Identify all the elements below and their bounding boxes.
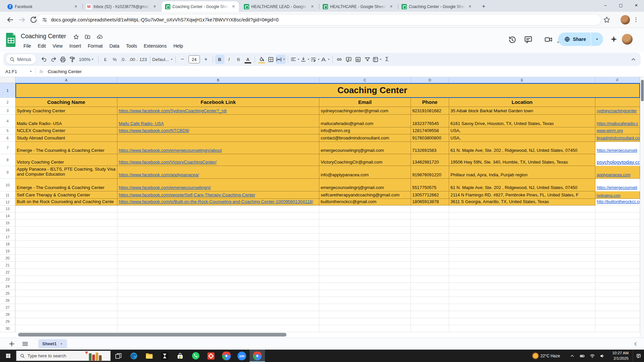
cell-A27[interactable] bbox=[15, 304, 117, 311]
taskbar-app-store[interactable] bbox=[172, 350, 188, 362]
cell-C9[interactable]: info@applypanacea.com bbox=[319, 166, 411, 179]
header-cell-C2[interactable]: Email bbox=[319, 98, 411, 107]
cell-D12[interactable]: 18065913878 bbox=[411, 199, 449, 205]
cell-C10[interactable]: emergecounselingnj@gmail.com bbox=[319, 179, 411, 191]
cell-C15[interactable] bbox=[319, 220, 411, 227]
create-filter-button[interactable] bbox=[363, 55, 372, 64]
text-rotation-button[interactable] bbox=[320, 55, 330, 64]
header-cell-E2[interactable]: Location bbox=[449, 98, 595, 107]
cell-B9[interactable]: https://www.facebook.com/applypanacea/ bbox=[117, 166, 319, 179]
cell-D22[interactable] bbox=[411, 269, 449, 276]
window-minimize-button[interactable]: – bbox=[598, 0, 613, 11]
menu-extensions[interactable]: Extensions bbox=[141, 43, 169, 51]
cell-C12[interactable]: builtontherockcc@gmail.com bbox=[319, 199, 411, 205]
cell-B23[interactable] bbox=[117, 276, 319, 283]
cell-A21[interactable] bbox=[15, 262, 117, 269]
cell-E16[interactable] bbox=[449, 227, 595, 234]
cell-C28[interactable] bbox=[319, 311, 411, 318]
cell-F16[interactable] bbox=[595, 227, 640, 234]
vertical-align-button[interactable] bbox=[300, 55, 310, 64]
percent-format-button[interactable]: % bbox=[110, 55, 119, 64]
cell-B5[interactable]: https://www.facebook.com/NTCBD9/ bbox=[117, 127, 319, 134]
sheets-logo-icon[interactable] bbox=[5, 32, 17, 48]
cell-A13[interactable] bbox=[15, 205, 117, 213]
font-size-input[interactable]: 24 bbox=[189, 55, 200, 63]
cell-B13[interactable] bbox=[117, 205, 319, 213]
cell-F17[interactable] bbox=[595, 234, 640, 241]
cell-B30[interactable] bbox=[117, 325, 319, 332]
cell-D9[interactable]: 919876091220 bbox=[411, 166, 449, 179]
select-all-corner[interactable] bbox=[0, 77, 15, 83]
cell-A10[interactable]: Emerge - The Counseling & Coaching Cente… bbox=[15, 179, 117, 191]
bold-button[interactable]: B bbox=[215, 55, 224, 64]
row-header-11[interactable]: 11 bbox=[0, 191, 15, 199]
cell-B12[interactable]: https://www.facebook.com/p/Built-on-the-… bbox=[117, 199, 319, 205]
cell-F27[interactable] bbox=[595, 304, 640, 311]
italic-button[interactable]: I bbox=[224, 55, 234, 64]
menu-file[interactable]: File bbox=[21, 43, 34, 51]
tab-close-icon[interactable]: ✕ bbox=[231, 4, 236, 9]
cell-F15[interactable] bbox=[595, 220, 640, 227]
cell-E12[interactable]: 3611 S Georgia, Amarillo, TX, United Sta… bbox=[449, 199, 595, 205]
taskbar-search-box[interactable]: Type here to search bbox=[16, 351, 111, 361]
cell-D27[interactable] bbox=[411, 304, 449, 311]
cell-C29[interactable] bbox=[319, 318, 411, 325]
row-header-10[interactable]: 10 bbox=[0, 179, 15, 191]
row-header-27[interactable]: 27 bbox=[0, 304, 15, 311]
cell-D11[interactable]: 13057712662 bbox=[411, 191, 449, 199]
cell-D18[interactable] bbox=[411, 241, 449, 248]
cell-D23[interactable] bbox=[411, 276, 449, 283]
weather-widget[interactable]: 22°C Haze bbox=[533, 353, 560, 359]
tab-close-icon[interactable]: ✕ bbox=[467, 4, 473, 9]
cell-C16[interactable] bbox=[319, 227, 411, 234]
undo-button[interactable] bbox=[39, 55, 49, 64]
column-header-E[interactable]: E bbox=[449, 77, 595, 83]
cell-A30[interactable] bbox=[15, 325, 117, 332]
cell-C20[interactable] bbox=[319, 255, 411, 262]
row-header-6[interactable]: 6 bbox=[0, 134, 15, 142]
back-icon[interactable] bbox=[6, 16, 14, 24]
cell-E15[interactable] bbox=[449, 220, 595, 227]
cell-B8[interactable]: https://www.facebook.com/VictoryCoaching… bbox=[117, 154, 319, 166]
comments-icon[interactable] bbox=[524, 35, 533, 44]
column-header-B[interactable]: B bbox=[117, 77, 319, 83]
cell-A8[interactable]: Victory Coaching Center bbox=[15, 154, 117, 166]
battery-icon[interactable] bbox=[580, 353, 585, 359]
browser-tab-4[interactable]: HEALTHCARE LEAD - Google S✕ bbox=[240, 1, 318, 12]
cell-A15[interactable] bbox=[15, 220, 117, 227]
tab-close-icon[interactable]: ✕ bbox=[310, 4, 315, 9]
cell-B19[interactable] bbox=[117, 248, 319, 255]
cell-E7[interactable]: 61 N. Maple Ave; Ste. 202 , Ridgewood, N… bbox=[449, 142, 595, 154]
browser-tab-3[interactable]: Coaching Center - Google Shee✕ bbox=[162, 1, 239, 12]
cell-D7[interactable]: 7132691583 bbox=[411, 142, 449, 154]
tray-chevron-up-icon[interactable] bbox=[570, 353, 575, 359]
cell-B7[interactable]: https://www.facebook.com/emergecounselin… bbox=[117, 142, 319, 154]
gemini-sparkle-icon[interactable] bbox=[610, 35, 618, 43]
all-sheets-icon[interactable] bbox=[21, 340, 29, 348]
column-header-C[interactable]: C bbox=[319, 77, 411, 83]
increase-decimals-button[interactable]: .00→ bbox=[129, 55, 139, 64]
cell-C11[interactable]: selfcaretherapyandcoaching@gmail.com bbox=[319, 191, 411, 199]
row-header-16[interactable]: 16 bbox=[0, 227, 15, 234]
row-header-20[interactable]: 20 bbox=[0, 255, 15, 262]
cell-E21[interactable] bbox=[449, 262, 595, 269]
cell-F10[interactable]: https://emergecounseli bbox=[595, 179, 640, 191]
cell-F8[interactable]: psychologytoday.com bbox=[595, 154, 640, 166]
cell-B18[interactable] bbox=[117, 241, 319, 248]
cell-A19[interactable] bbox=[15, 248, 117, 255]
cell-C23[interactable] bbox=[319, 276, 411, 283]
cell-A7[interactable]: Emerge - The Counseling & Coaching Cente… bbox=[15, 142, 117, 154]
cell-D24[interactable] bbox=[411, 283, 449, 290]
cell-B16[interactable] bbox=[117, 227, 319, 234]
version-history-icon[interactable] bbox=[508, 35, 517, 44]
reload-icon[interactable] bbox=[30, 16, 38, 24]
cell-F5[interactable]: www.winrn.org bbox=[595, 127, 640, 134]
cell-F9[interactable]: applypanacea.com bbox=[595, 166, 640, 179]
name-box-caret-icon[interactable] bbox=[29, 70, 33, 73]
cell-B14[interactable] bbox=[117, 213, 319, 220]
cell-C4[interactable]: mallucaferadio@gmail.com bbox=[319, 115, 411, 127]
column-header-D[interactable]: D bbox=[411, 77, 449, 83]
start-button[interactable] bbox=[0, 350, 16, 362]
address-bar[interactable]: docs.google.com/spreadsheets/d/1whWpL-QS… bbox=[38, 14, 601, 25]
insert-comment-button[interactable] bbox=[344, 55, 354, 64]
